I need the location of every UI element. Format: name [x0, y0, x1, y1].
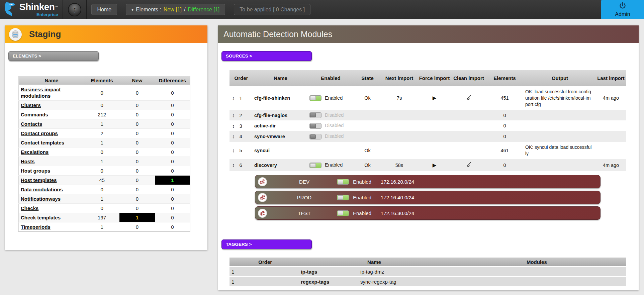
staging-new-cell: 0	[119, 204, 155, 213]
enabled-toggle[interactable]	[337, 179, 349, 185]
tagger-row: 1ip-tagsip-tag-dmz	[229, 267, 626, 276]
admin-button[interactable]: Admin	[601, 0, 644, 19]
drag-handle-icon[interactable]: ↕	[232, 123, 235, 129]
source-order: 6	[240, 162, 242, 168]
source-output: OK: load successful from configuration f…	[524, 86, 596, 110]
staging-row-link[interactable]: Business impact modulations	[21, 87, 61, 99]
table-row: Business impact modulations000	[19, 85, 190, 101]
staging-elements-cell: 0	[84, 85, 120, 101]
source-state	[353, 110, 382, 121]
enabled-toggle[interactable]	[309, 134, 321, 139]
source-name: sync-vmware	[253, 131, 308, 142]
column-header: Enabled	[308, 70, 353, 86]
drag-handle-icon[interactable]: ↕	[232, 133, 235, 139]
source-next-import	[382, 142, 417, 159]
staging-name-cell: Data modulations	[19, 185, 84, 194]
staging-row-link[interactable]: Check templates	[21, 215, 61, 220]
staging-diff-cell: 0	[155, 119, 190, 129]
table-row: Notificationways100	[19, 194, 190, 204]
table-row: Checks000	[19, 204, 190, 213]
staging-row-link[interactable]: Host templates	[21, 177, 57, 183]
shinken-logo[interactable]: Shinken™ Enterprise	[3, 1, 58, 18]
discovery-rule-bar[interactable]: PRODEnabled172.16.40.0/24	[255, 191, 601, 204]
source-output	[524, 131, 596, 142]
clean-import-button[interactable]	[465, 164, 472, 169]
staging-row-link[interactable]: Contact templates	[21, 140, 64, 145]
column-header: State	[353, 70, 382, 86]
enabled-toggle[interactable]	[309, 163, 321, 168]
staging-row-link[interactable]: Data modulations	[21, 187, 63, 192]
staging-new-cell: 0	[119, 101, 155, 110]
staging-diff-cell: 0	[155, 138, 190, 148]
staging-name-cell: Check templates	[19, 213, 84, 222]
staging-row-link[interactable]: Notificationways	[21, 196, 61, 202]
staging-new-cell: 0	[119, 166, 155, 176]
source-elements: 451	[485, 86, 524, 110]
discovery-subrows-cell: DEVEnabled172.16.20.0/24PRODEnabled172.1…	[229, 171, 626, 225]
source-name: cfg-file-nagios	[253, 110, 308, 121]
to-be-applied-button[interactable]: To be applied [ 0 Changes ]	[234, 4, 310, 15]
staging-row-link[interactable]: Contact groups	[21, 130, 58, 136]
column-header: Elements	[84, 76, 120, 85]
column-header: Elements	[485, 70, 524, 86]
source-row: ↕3active-dirDisabled0	[229, 120, 626, 131]
discovery-rule-bar[interactable]: TESTEnabled172.16.30.0/24	[255, 206, 601, 220]
rule-enabled-label: Enabled	[353, 210, 371, 216]
drag-handle-icon[interactable]: ↕	[232, 148, 235, 153]
rule-enabled-label: Enabled	[353, 179, 371, 185]
brand-tm: ™	[55, 5, 58, 9]
staging-name-cell: Contact groups	[19, 129, 84, 138]
staging-elements-cell: 0	[84, 166, 120, 176]
enabled-toggle[interactable]	[309, 112, 321, 118]
power-icon	[619, 2, 627, 11]
rule-name: TEST	[272, 210, 337, 216]
staging-diff-cell: 0	[155, 85, 190, 101]
drag-handle-icon[interactable]: ↕	[232, 95, 235, 101]
source-output	[524, 120, 596, 131]
source-state: Ok	[353, 159, 382, 171]
gears-icon	[258, 209, 267, 218]
scroll-top-button[interactable]: ↑	[68, 3, 81, 16]
clean-import-button[interactable]	[465, 97, 472, 102]
sources-button[interactable]: SOURCES >	[221, 51, 312, 61]
staging-row-link[interactable]: Clusters	[21, 102, 41, 108]
toggle-knob	[310, 124, 316, 128]
source-next-import: 58s	[382, 159, 417, 171]
staging-new-cell: 1	[119, 213, 155, 222]
drag-handle-icon[interactable]: ↕	[232, 162, 235, 168]
staging-row-link[interactable]: Checks	[21, 205, 38, 211]
table-row: Clusters000	[19, 101, 190, 110]
enabled-label: Enabled	[325, 162, 343, 168]
home-button[interactable]: Home	[91, 4, 117, 15]
taggers-button[interactable]: TAGGERS >	[221, 239, 312, 249]
source-order: 3	[240, 123, 242, 129]
staging-diff-cell: 1	[155, 176, 190, 185]
discovery-rule-bar[interactable]: DEVEnabled172.16.20.0/24	[255, 175, 601, 188]
source-state: Ok	[353, 86, 382, 110]
source-clean-import-cell	[452, 86, 485, 110]
drag-handle-icon[interactable]: ↕	[232, 112, 235, 118]
enabled-toggle[interactable]	[309, 123, 321, 129]
staging-row-link[interactable]: Commands	[21, 112, 48, 117]
staging-row-link[interactable]: Escalations	[21, 149, 49, 155]
enabled-toggle[interactable]	[337, 195, 349, 200]
source-next-import	[382, 131, 417, 142]
force-import-button[interactable]: ▶	[433, 95, 437, 101]
staging-row-link[interactable]: Host groups	[21, 168, 50, 174]
force-import-button[interactable]: ▶	[433, 162, 437, 168]
elements-button[interactable]: ELEMENTS >	[8, 51, 99, 61]
source-last-import: 4m ago	[596, 86, 626, 110]
staging-row-link[interactable]: Contacts	[21, 121, 42, 127]
tagger-row: 1regexp-tagssync-regexp-tag	[229, 277, 626, 286]
rule-enabled-label: Enabled	[353, 195, 371, 200]
source-output	[524, 159, 596, 171]
enabled-toggle[interactable]	[337, 210, 349, 216]
source-clean-import-cell	[452, 159, 485, 171]
source-order: 1	[240, 95, 242, 101]
staging-row-link[interactable]: Timeperiods	[21, 224, 51, 230]
enabled-toggle[interactable]	[309, 95, 321, 101]
database-icon	[9, 28, 22, 41]
staging-row-link[interactable]: Hosts	[21, 159, 35, 164]
toggle-knob	[338, 195, 343, 200]
elements-menu-button[interactable]: ▾ Elements : New [1] / Difference [1]	[126, 4, 225, 15]
